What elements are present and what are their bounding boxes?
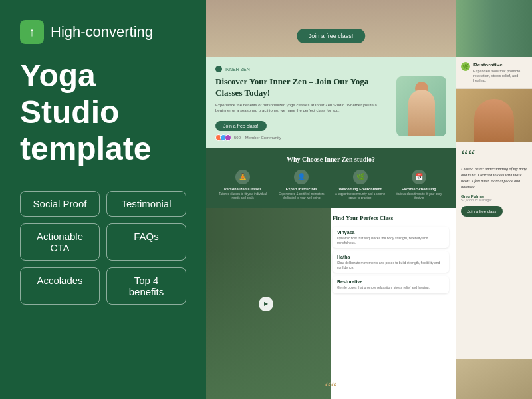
personalized-icon: 🧘 [235, 170, 250, 184]
right-testimonial: ““ I have a better understanding of my b… [456, 142, 532, 359]
why-features: 🧘 Personalized Classes Tailored classes … [215, 170, 446, 201]
testimonial-role: 52, Product Manager [461, 198, 527, 202]
tag-faqs[interactable]: FAQs [106, 223, 186, 261]
class-vinyasa-name: Vinyasa [337, 230, 444, 235]
find-content: Find Your Perfect Class Vinyasa Dynamic … [326, 208, 456, 399]
avatar-stack [215, 134, 231, 141]
feature-welcoming: 🌿 Welcoming Environment A supportive com… [333, 170, 388, 201]
feature-expert-desc: Experienced & certified instructors dedi… [274, 192, 329, 201]
logo-text: INNER ZEN [225, 67, 250, 72]
left-panel: ↑ High-converting Yoga Studio template S… [0, 0, 206, 399]
tag-accolades[interactable]: Accolades [20, 267, 100, 305]
feature-personalized-desc: Tailored classes to fit your individual … [215, 192, 270, 201]
class-restorative[interactable]: Restorative Gentle poses that promote re… [332, 276, 449, 293]
mockup-container: Join a free class! INNER ZEN Discover Yo… [206, 0, 456, 399]
expert-icon: 👤 [294, 170, 309, 184]
play-button[interactable]: ▶ [259, 297, 273, 311]
class-restorative-name: Restorative [337, 279, 444, 284]
right-bottom-image [456, 359, 532, 399]
feature-flexible: 📅 Flexible Scheduling Various class time… [392, 170, 446, 201]
why-title: Why Choose Inner Zen studio? [215, 156, 446, 163]
feature-personalized: 🧘 Personalized Classes Tailored classes … [215, 170, 270, 201]
person-body [408, 90, 435, 136]
hero-title: Discover Your Inner Zen – Join Our Yoga … [215, 76, 391, 99]
why-section: Why Choose Inner Zen studio? 🧘 Personali… [206, 148, 456, 209]
welcoming-icon: 🌿 [353, 170, 368, 184]
restorative-text: Restorative Expanded tools that promote … [473, 62, 527, 83]
class-vinyasa-desc: Dynamic flow that sequences the body str… [337, 236, 444, 245]
join-btn-top[interactable]: Join a free class! [297, 29, 366, 43]
class-hatha[interactable]: Hatha Slow deliberate movements and pose… [332, 251, 449, 273]
avatar-3 [225, 134, 231, 141]
find-title: Find Your Perfect Class [332, 215, 449, 221]
logo-dot [215, 66, 222, 72]
hero-logo: INNER ZEN [215, 66, 446, 72]
restorative-icon: 🌿 [461, 62, 470, 71]
restorative-desc: Expanded tools that promote relaxation, … [473, 69, 527, 83]
right-panel: 🌿 Restorative Expanded tools that promot… [456, 0, 532, 399]
mockup-top-image: Join a free class! [206, 0, 456, 57]
class-hatha-name: Hatha [337, 255, 444, 259]
hero-text-area: Discover Your Inner Zen – Join Our Yoga … [215, 76, 396, 141]
restorative-title: Restorative [473, 62, 527, 68]
class-restorative-desc: Gentle poses that promote relaxation, st… [337, 285, 444, 290]
tag-social-proof[interactable]: Social Proof [20, 191, 100, 217]
main-title: Yoga Studio template [20, 57, 186, 168]
hero-cta-button[interactable]: Join a free class! [215, 121, 267, 131]
yoga-strip [456, 0, 532, 57]
hero-social-proof: 500 + Member Community [215, 134, 391, 141]
feature-welcoming-title: Welcoming Environment [333, 187, 388, 191]
badge-icon: ↑ [20, 20, 44, 44]
hero-section: INNER ZEN Discover Your Inner Zen – Join… [206, 57, 456, 148]
badge: ↑ High-converting [20, 20, 186, 44]
right-cta-button[interactable]: Join a free class [461, 206, 503, 217]
hero-desc: Experience the benefits of personalized … [215, 102, 391, 114]
tag-actionable-cta[interactable]: Actionable CTA [20, 223, 100, 261]
class-vinyasa[interactable]: Vinyasa Dynamic flow that sequences the … [332, 227, 449, 248]
yoga-pose [474, 99, 514, 142]
tag-testimonial[interactable]: Testimonial [106, 191, 186, 217]
testimonial-text: I have a better understanding of my body… [461, 166, 527, 190]
quote-mark: ““ [461, 148, 527, 164]
hero-image [396, 76, 446, 136]
tag-top4benefits[interactable]: Top 4 benefits [106, 267, 186, 305]
hero-content: Discover Your Inner Zen – Join Our Yoga … [215, 76, 446, 141]
social-proof-text: 500 + Member Community [234, 136, 281, 140]
find-section: ▶ Find Your Perfect Class Vinyasa Dynami… [206, 208, 456, 399]
right-restorative-section: 🌿 Restorative Expanded tools that promot… [456, 57, 532, 89]
yoga-people [206, 247, 331, 399]
class-hatha-desc: Slow deliberate movements and poses to b… [337, 261, 444, 269]
right-mid-yoga-image [456, 89, 532, 142]
feature-flexible-desc: Various class times to fit your busy lif… [392, 192, 446, 201]
bottom-quote-mark: ““ [325, 380, 337, 396]
badge-text: High-converting [51, 23, 153, 41]
feature-flexible-title: Flexible Scheduling [392, 187, 446, 191]
feature-expert: 👤 Expert Instructors Experienced & certi… [274, 170, 329, 201]
feature-expert-title: Expert Instructors [274, 187, 329, 191]
center-panel: Join a free class! INNER ZEN Discover Yo… [206, 0, 456, 399]
bottom-yoga-shape [456, 359, 532, 399]
flexible-icon: 📅 [412, 170, 426, 184]
feature-personalized-title: Personalized Classes [215, 187, 270, 191]
feature-welcoming-desc: A supportive community and a serene spac… [333, 192, 388, 201]
tags-grid: Social Proof Testimonial Actionable CTA … [20, 191, 186, 305]
right-top-image [456, 0, 532, 57]
